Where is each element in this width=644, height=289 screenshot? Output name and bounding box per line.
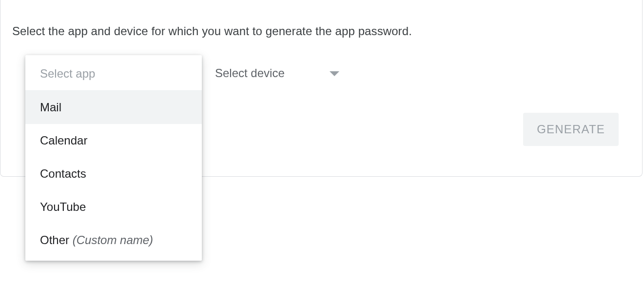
chevron-down-icon bbox=[329, 67, 340, 79]
app-option-label: Calendar bbox=[40, 134, 87, 147]
app-option-label: Other bbox=[40, 233, 69, 247]
app-option-label: YouTube bbox=[40, 200, 86, 213]
app-select-label: Select app bbox=[25, 55, 202, 91]
app-option-calendar[interactable]: Calendar bbox=[25, 124, 202, 157]
app-select-dropdown[interactable]: Select app MailCalendarContactsYouTubeOt… bbox=[25, 55, 202, 261]
app-option-label: Mail bbox=[40, 101, 61, 114]
app-option-contacts[interactable]: Contacts bbox=[25, 157, 202, 190]
generate-button[interactable]: GENERATE bbox=[523, 113, 619, 146]
app-option-other[interactable]: Other (Custom name) bbox=[25, 224, 202, 257]
app-option-youtube[interactable]: YouTube bbox=[25, 190, 202, 224]
app-option-hint: (Custom name) bbox=[73, 233, 153, 247]
instruction-text: Select the app and device for which you … bbox=[12, 24, 412, 38]
app-option-label: Contacts bbox=[40, 167, 86, 180]
device-select-label: Select device bbox=[215, 66, 285, 80]
device-select[interactable]: Select device bbox=[215, 66, 371, 80]
app-option-mail[interactable]: Mail bbox=[25, 91, 202, 124]
